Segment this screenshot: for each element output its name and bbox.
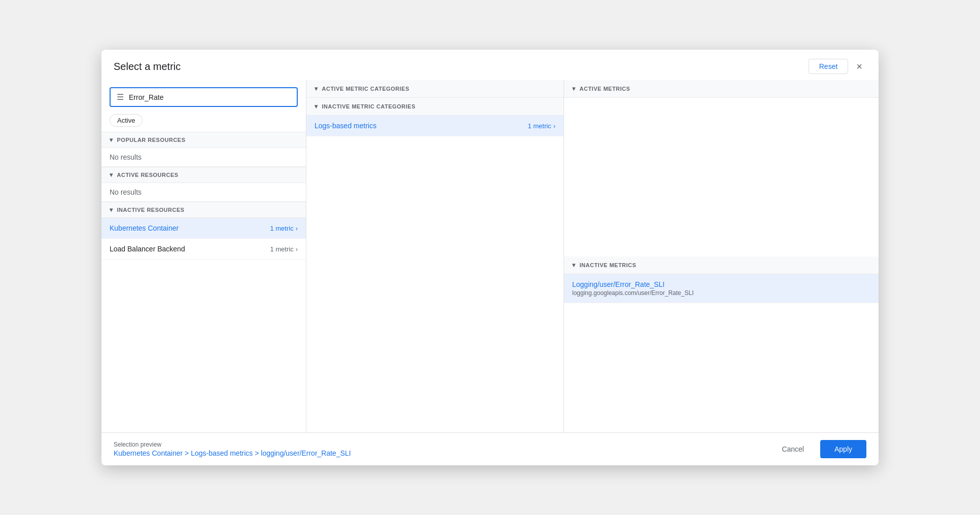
list-item-load-balancer[interactable]: Load Balancer Backend 1 metric › xyxy=(101,239,306,260)
popular-resources-label: POPULAR RESOURCES xyxy=(117,137,186,143)
header-actions: Reset × xyxy=(809,59,866,74)
search-area: ☰ xyxy=(101,80,306,112)
dialog-footer: Selection preview Kubernetes Container >… xyxy=(101,432,879,465)
apply-button[interactable]: Apply xyxy=(820,440,866,458)
middle-panel-content: Logs-based metrics 1 metric › xyxy=(306,116,564,432)
dialog-title: Select a metric xyxy=(114,61,181,72)
popular-resources-chevron: ▾ xyxy=(110,136,113,143)
inactive-metrics-label: INACTIVE METRICS xyxy=(580,262,637,268)
load-balancer-label: Load Balancer Backend xyxy=(110,245,185,253)
inactive-resources-chevron: ▾ xyxy=(110,206,113,213)
search-icon: ☰ xyxy=(117,92,124,102)
list-item-kubernetes[interactable]: Kubernetes Container 1 metric › xyxy=(101,218,306,239)
right-panel: ▾ ACTIVE METRICS ▾ INACTIVE METRICS Logg… xyxy=(564,80,879,432)
active-metrics-chevron: ▾ xyxy=(572,85,576,92)
footer-buttons: Cancel Apply xyxy=(772,440,866,458)
inactive-categories-chevron: ▾ xyxy=(314,103,318,110)
selection-preview-value: Kubernetes Container > Logs-based metric… xyxy=(114,449,351,457)
metric-name-error-rate-sli: Logging/user/Error_Rate_SLI xyxy=(572,280,870,288)
dialog-header: Select a metric Reset × xyxy=(101,50,879,80)
popular-resources-no-results: No results xyxy=(101,148,306,167)
logs-based-metrics-item[interactable]: Logs-based metrics 1 metric › xyxy=(306,116,564,136)
inactive-metrics-header[interactable]: ▾ INACTIVE METRICS xyxy=(564,256,879,274)
inactive-resources-header[interactable]: ▾ INACTIVE RESOURCES xyxy=(101,202,306,218)
inactive-resources-label: INACTIVE RESOURCES xyxy=(117,207,185,213)
logs-based-metrics-label: Logs-based metrics xyxy=(314,122,376,130)
active-resources-no-results: No results xyxy=(101,183,306,202)
active-categories-header[interactable]: ▾ ACTIVE METRIC CATEGORIES xyxy=(306,80,564,98)
active-metrics-header[interactable]: ▾ ACTIVE METRICS xyxy=(564,80,879,98)
selection-preview-label: Selection preview xyxy=(114,441,351,448)
active-categories-label: ACTIVE METRIC CATEGORIES xyxy=(322,86,410,92)
inactive-categories-header[interactable]: ▾ INACTIVE METRIC CATEGORIES xyxy=(306,98,564,116)
left-panel: ☰ Active ▾ POPULAR RESOURCES No results … xyxy=(101,80,306,432)
kubernetes-container-label: Kubernetes Container xyxy=(110,224,179,232)
popular-resources-header[interactable]: ▾ POPULAR RESOURCES xyxy=(101,132,306,148)
left-list: ▾ POPULAR RESOURCES No results ▾ ACTIVE … xyxy=(101,132,306,432)
active-categories-chevron: ▾ xyxy=(314,85,318,92)
select-metric-dialog: Select a metric Reset × ☰ Active ▾ PO xyxy=(101,50,879,465)
load-balancer-count: 1 metric › xyxy=(270,245,298,253)
active-resources-chevron: ▾ xyxy=(110,171,113,178)
search-box: ☰ xyxy=(110,87,298,107)
close-button[interactable]: × xyxy=(852,59,866,73)
right-panel-content: Logging/user/Error_Rate_SLI logging.goog… xyxy=(564,274,879,433)
middle-panel: ▾ ACTIVE METRIC CATEGORIES ▾ INACTIVE ME… xyxy=(306,80,564,432)
active-resources-header[interactable]: ▾ ACTIVE RESOURCES xyxy=(101,167,306,183)
metric-path-error-rate-sli: logging.googleapis.com/user/Error_Rate_S… xyxy=(572,289,870,297)
selection-preview: Selection preview Kubernetes Container >… xyxy=(114,441,351,457)
active-resources-label: ACTIVE RESOURCES xyxy=(117,172,179,178)
logs-based-metrics-count: 1 metric › xyxy=(528,122,555,130)
active-metrics-label: ACTIVE METRICS xyxy=(580,86,631,92)
cancel-button[interactable]: Cancel xyxy=(772,441,814,457)
dialog-body: ☰ Active ▾ POPULAR RESOURCES No results … xyxy=(101,80,879,432)
active-metrics-spacer xyxy=(564,98,879,256)
filter-chip-area: Active xyxy=(101,112,306,132)
inactive-categories-label: INACTIVE METRIC CATEGORIES xyxy=(322,103,416,109)
kubernetes-container-count: 1 metric › xyxy=(270,225,298,232)
inactive-metrics-chevron: ▾ xyxy=(572,262,576,269)
active-filter-chip[interactable]: Active xyxy=(110,114,143,127)
reset-button[interactable]: Reset xyxy=(809,59,849,74)
metric-item-error-rate-sli[interactable]: Logging/user/Error_Rate_SLI logging.goog… xyxy=(564,274,879,303)
search-input[interactable] xyxy=(129,93,291,101)
